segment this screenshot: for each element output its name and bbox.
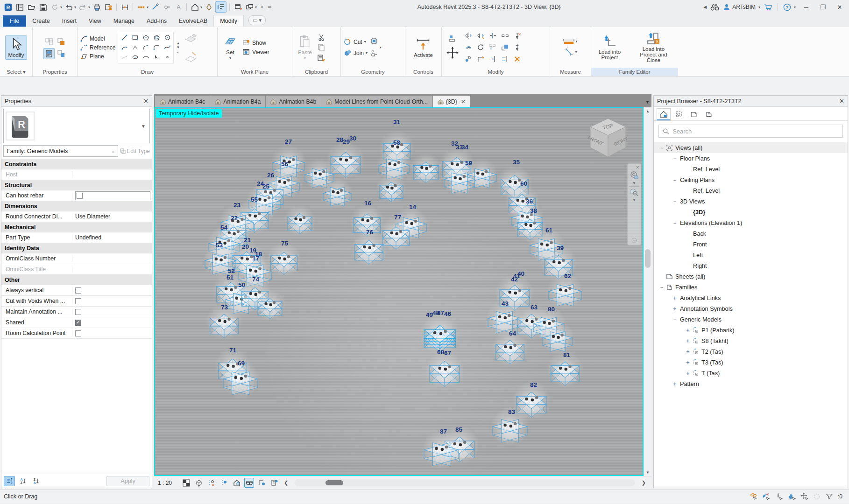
search-input[interactable]	[672, 128, 839, 135]
family-instance[interactable]: 73	[206, 304, 242, 340]
sync-icon[interactable]	[50, 2, 60, 12]
tree-expander[interactable]: +	[685, 349, 691, 355]
search-binoculars-icon[interactable]	[710, 4, 719, 11]
family-instance[interactable]: 6867	[425, 349, 464, 389]
tree-item-ref-level[interactable]: Ref. Level	[654, 164, 848, 175]
shadows-icon[interactable]	[219, 478, 229, 488]
family-instance[interactable]: 49484746	[419, 309, 460, 355]
close-button[interactable]: ✕	[833, 4, 846, 11]
drag-on-selection-icon[interactable]	[800, 492, 808, 501]
family-types-grid-icon[interactable]	[56, 48, 67, 59]
tree-item-elevations-elevation-1-[interactable]: −Elevations (Elevation 1)	[654, 217, 848, 228]
ref-plane-icon[interactable]: ᴼ	[162, 2, 172, 12]
lock-3d-view-icon[interactable]	[232, 478, 241, 488]
cut-clipboard-icon[interactable]	[317, 33, 325, 42]
property-section[interactable]: Structural	[1, 180, 152, 190]
visual-style-icon[interactable]	[194, 478, 204, 488]
view-cube[interactable]: TOP FRONT RIGHT	[586, 115, 630, 161]
draw-spline2-icon[interactable]	[119, 53, 129, 62]
family-types-icon[interactable]	[43, 36, 55, 47]
checkbox[interactable]	[75, 320, 81, 326]
navigation-bar[interactable]: ✕ ▼ ▼	[627, 163, 641, 245]
family-instance[interactable]: 83	[491, 407, 530, 446]
scale-icon[interactable]	[499, 42, 511, 53]
align-icon[interactable]	[445, 35, 460, 43]
property-row[interactable]: Shared	[1, 317, 152, 328]
checkbox[interactable]	[75, 330, 81, 336]
family-instance[interactable]: 69	[221, 360, 260, 399]
qat-collapse-icon[interactable]: ≂	[264, 2, 275, 12]
ribbon-tab-view[interactable]: View	[83, 15, 107, 27]
tree-expander[interactable]: −	[672, 316, 678, 323]
viewer-button[interactable]: Viewer	[242, 48, 269, 56]
tree-expander[interactable]: −	[672, 220, 678, 226]
redo-icon[interactable]	[78, 2, 88, 12]
open-icon[interactable]	[26, 2, 36, 12]
save-icon[interactable]	[38, 2, 48, 12]
ribbon-tab-manage[interactable]: Manage	[107, 15, 141, 27]
ribbon-display-toggle[interactable]: ▭ ▾	[248, 15, 266, 25]
tree-item-front[interactable]: Front	[654, 239, 848, 250]
sort-ascending-button[interactable]: AZ	[17, 476, 28, 486]
match-type-icon[interactable]	[317, 54, 325, 62]
mirror-draw-axis-icon[interactable]	[475, 30, 487, 42]
activate-controls-button[interactable]: Activate	[411, 36, 436, 59]
tree-item-analytical-links[interactable]: +Analytical Links	[654, 293, 848, 303]
property-row[interactable]: Round Connector Di...Use Diameter	[1, 211, 152, 222]
select-by-face-icon[interactable]	[787, 492, 796, 501]
vcb-collapse-icon[interactable]: ❮	[284, 480, 288, 486]
type-selector[interactable]: R ▼	[3, 109, 150, 143]
checkbox[interactable]	[75, 298, 81, 304]
account-menu[interactable]: ARTsBIM	[723, 3, 756, 11]
load-into-project-close-button[interactable]: ✕ Load into Project and Close	[632, 31, 675, 64]
family-instance[interactable]	[321, 177, 353, 209]
pin-icon[interactable]	[511, 42, 523, 53]
zoom-caret[interactable]: ▼	[632, 198, 636, 202]
view-tab[interactable]: Model Lines from Point Cloud-Orth...	[321, 96, 432, 107]
paste-button[interactable]: Paste▾	[295, 33, 315, 62]
rotate-icon[interactable]	[475, 42, 487, 53]
tree-expander[interactable]: +	[685, 338, 691, 344]
section-icon[interactable]	[150, 2, 160, 12]
ribbon-tab-create[interactable]: Create	[26, 15, 56, 27]
family-instance[interactable]	[466, 158, 498, 190]
temporary-hide-isolate-icon[interactable]	[244, 478, 254, 488]
load-into-project-button[interactable]: Load into Project	[594, 34, 625, 62]
family-instance[interactable]	[376, 174, 407, 204]
draw-arc-tangent-icon[interactable]	[141, 43, 151, 52]
offset-icon[interactable]	[463, 42, 474, 53]
property-row[interactable]: OmniClass Number	[1, 253, 152, 264]
move-icon[interactable]	[445, 45, 460, 61]
show-workplane-button[interactable]: Show	[242, 39, 269, 47]
switch-windows-caret[interactable]: ▾	[255, 5, 257, 9]
home-caret[interactable]: ▾	[200, 5, 202, 9]
dimension-icon[interactable]	[136, 2, 146, 12]
tree-expander[interactable]: −	[672, 177, 678, 183]
array-icon[interactable]	[487, 42, 499, 53]
tree-expander[interactable]: −	[672, 198, 678, 205]
property-section[interactable]: Mechanical	[1, 222, 152, 232]
draw-spline-icon[interactable]	[162, 43, 172, 52]
family-filter-select[interactable]: Family: Generic Models ⌄	[3, 145, 118, 157]
tag-icon[interactable]	[204, 2, 214, 12]
reference-line-button[interactable]: Reference	[80, 44, 115, 51]
checkbox[interactable]	[75, 287, 81, 294]
tree-item-floor-plans[interactable]: −Floor Plans	[654, 153, 848, 164]
panel-select-label[interactable]: Select ▾	[0, 68, 32, 76]
view-tab[interactable]: {3D}✕	[433, 96, 470, 107]
project-browser-close-icon[interactable]: ✕	[839, 98, 844, 105]
sort-by-group-button[interactable]	[4, 476, 15, 486]
property-section[interactable]: Other	[1, 275, 152, 285]
property-row[interactable]: Room Calculation Point	[1, 328, 152, 339]
draw-line-icon[interactable]	[119, 33, 129, 42]
properties-window-icon[interactable]	[14, 2, 25, 12]
ribbon-tab-file[interactable]: File	[3, 15, 26, 27]
checkbox[interactable]	[75, 309, 81, 315]
draw-partial-ellipse-icon[interactable]	[141, 53, 151, 62]
scroll-down-icon[interactable]: ▼	[646, 469, 650, 476]
view-tab[interactable]: Animation B4c	[155, 96, 210, 107]
split-with-gap-icon[interactable]	[499, 30, 511, 42]
property-row[interactable]: Cut with Voids When ...	[1, 296, 152, 307]
select-underlay-icon[interactable]: ✕	[762, 492, 771, 501]
properties-close-icon[interactable]: ✕	[143, 98, 149, 105]
